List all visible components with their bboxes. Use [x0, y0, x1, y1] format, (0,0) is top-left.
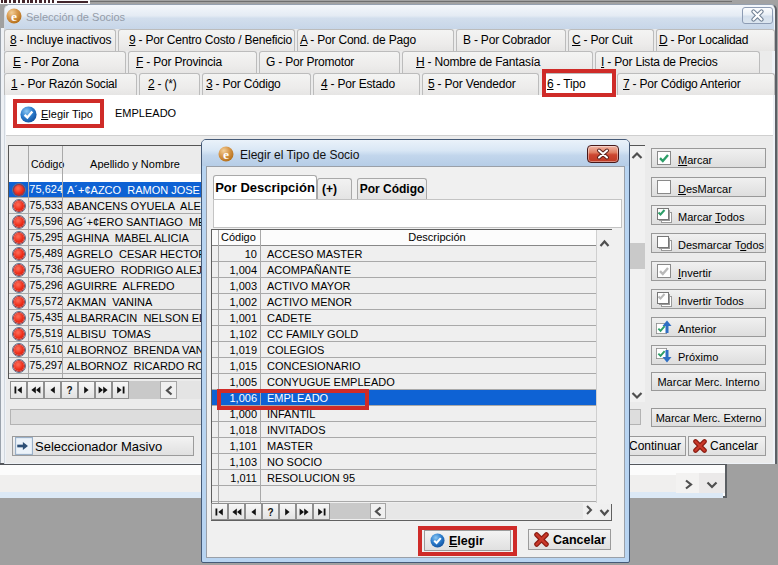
svg-text:?: ?	[267, 507, 273, 518]
svg-text:e: e	[11, 9, 17, 24]
svg-text:e: e	[223, 147, 229, 162]
svg-text:?: ?	[66, 385, 72, 396]
